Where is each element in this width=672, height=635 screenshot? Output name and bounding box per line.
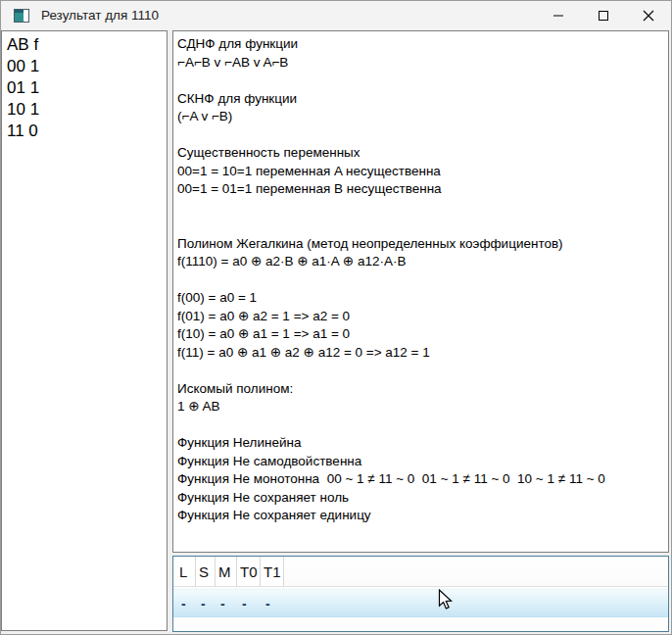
grid-selected-row[interactable]: ----- [173,589,668,617]
analysis-line: 1 ⊕ AB [177,398,668,416]
titlebar: Результат для 1110 [1,1,671,29]
analysis-line [177,271,668,290]
analysis-line: 00=1 = 01=1 переменная B несущественна [177,180,668,199]
analysis-line: СДНФ для функции [177,35,668,54]
grid-header-row: LSMT0T1 [173,557,668,587]
app-icon-titlebar [15,10,24,13]
analysis-line [177,199,668,218]
analysis-line: Функция Не сохраняет ноль [177,489,668,508]
analysis-line: СКНФ для функции [177,90,668,109]
minimize-button[interactable] [536,1,581,29]
analysis-line: Функция Не самодвойственна [177,453,668,471]
grid-cell[interactable]: - [196,596,216,611]
analysis-line: ⌐A⌐B v ⌐AB v A⌐B [177,54,668,73]
grid-cell[interactable]: - [216,596,237,611]
minimize-icon [552,10,564,22]
analysis-line [177,126,668,145]
grid-column-header[interactable]: T0 [237,557,261,586]
grid-column-header[interactable]: L [176,557,196,586]
analysis-line: f(1110) = a0 ⊕ a2·B ⊕ a1·A ⊕ a12·A·B [177,253,668,271]
analysis-line: (⌐A v ⌐B) [177,108,668,126]
grid-column-header[interactable]: S [196,557,216,586]
truth-table-line: 00 1 [7,56,167,77]
truth-table-line: 11 0 [7,121,167,142]
analysis-line: f(11) = a0 ⊕ a1 ⊕ a2 ⊕ a12 = 0 => a12 = … [177,344,668,363]
analysis-line: f(10) = a0 ⊕ a1 = 1 => a1 = 0 [177,325,668,344]
analysis-line: f(00) = a0 = 1 [177,289,668,308]
analysis-line: 00=1 = 10=1 переменная A несущественна [177,163,668,181]
analysis-line [177,72,668,90]
analysis-line: f(01) = a0 ⊕ a2 = 1 => a2 = 0 [177,308,668,326]
window-title: Результат для 1110 [41,8,159,23]
grid-cell[interactable]: - [261,596,284,611]
window-controls [536,1,671,29]
analysis-line: Функция Не монотонна 00 ~ 1 ≠ 11 ~ 0 01 … [177,470,668,489]
analysis-line [177,217,668,235]
analysis-line: Искомый полином: [177,380,668,399]
analysis-line: Функция Нелинейна [177,434,668,453]
maximize-button[interactable] [581,1,626,29]
app-icon[interactable] [14,9,29,23]
analysis-line: Полином Жегалкина (метод неопределенных … [177,235,668,254]
truth-table-line: 01 1 [7,77,167,99]
truth-table-line: 10 1 [7,99,167,121]
close-icon [643,10,654,22]
grid-column-header[interactable]: T1 [261,557,284,586]
analysis-line: Функция Не сохраняет единицу [177,507,668,525]
analysis-line [177,362,668,380]
post-classes-grid: LSMT0T1 ----- [172,556,669,632]
maximize-icon [598,10,609,22]
grid-cell[interactable]: - [237,596,261,611]
analysis-textbox[interactable]: СДНФ для функции⌐A⌐B v ⌐AB v A⌐BСКНФ для… [172,30,669,553]
truth-table-line: AB f [7,34,167,56]
grid-column-header[interactable]: M [216,557,237,586]
window: Результат для 1110 AB f00 101 110 111 0 … [0,0,672,635]
grid-cell[interactable]: - [176,596,196,611]
truth-table-textbox[interactable]: AB f00 101 110 111 0 [1,30,168,631]
close-button[interactable] [626,1,671,29]
analysis-line [177,416,668,435]
analysis-line: Существенность переменных [177,144,668,163]
